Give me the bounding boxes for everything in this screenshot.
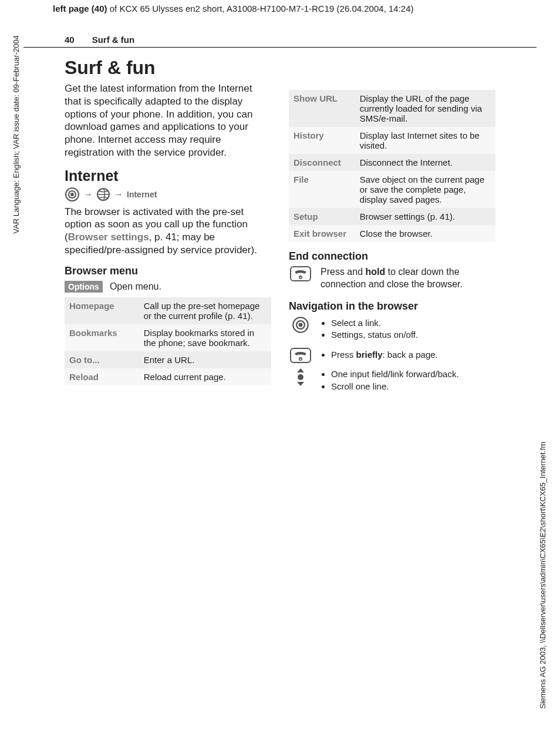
up-down-nav-icon	[289, 367, 312, 387]
svg-point-9	[299, 323, 303, 327]
browser-menu-heading: Browser menu	[65, 265, 271, 277]
end-call-key-icon	[289, 266, 312, 281]
page-number: 40	[65, 35, 75, 45]
nav-breadcrumb: → → Internet	[65, 187, 271, 202]
nav-path-label: Internet	[127, 190, 157, 199]
navigation-heading: Navigation in the browser	[289, 300, 495, 313]
browser-menu-table: HomepageCall up the pre-set homepage or …	[65, 297, 271, 385]
list-item: Select a link.	[331, 317, 495, 329]
nav-list-1: Select a link. Settings, status on/off.	[321, 317, 495, 341]
svg-point-2	[70, 193, 74, 196]
table-row: Go to...Enter a URL.	[65, 351, 271, 368]
running-title: Surf & fun	[92, 35, 135, 45]
list-item: One input field/link forward/back.	[331, 368, 495, 380]
top-metadata: left page (40) of KCX 65 Ulysses en2 sho…	[23, 0, 537, 17]
browser-paragraph: The browser is activated with the pre-se…	[65, 206, 271, 257]
table-row: DisconnectDisconnect the Internet.	[289, 154, 495, 171]
nav-list-3: One input field/link forward/back. Scrol…	[321, 368, 495, 392]
internet-heading: Internet	[65, 167, 271, 184]
top-meta-rest: of KCX 65 Ulysses en2 short, A31008-H710…	[107, 4, 414, 14]
arrow-right-icon: →	[114, 189, 123, 200]
joystick-icon	[289, 316, 312, 334]
arrow-right-icon: →	[83, 189, 93, 200]
table-row: SetupBrowser settings (p. 41).	[289, 208, 495, 225]
left-column: Surf & fun Get the latest information fr…	[65, 52, 271, 395]
nav-list-2: Press briefly: back a page.	[321, 349, 495, 361]
right-column: Show URLDisplay the URL of the page curr…	[289, 90, 495, 395]
table-row: ReloadReload current page.	[65, 368, 271, 385]
list-item: Scroll one line.	[331, 381, 495, 392]
options-label: Open menu.	[110, 281, 161, 292]
globe-icon	[96, 187, 110, 202]
svg-marker-15	[297, 382, 304, 386]
table-row: Exit browserClose the browser.	[289, 225, 495, 242]
list-item: Press briefly: back a page.	[331, 349, 495, 361]
svg-marker-13	[297, 368, 304, 372]
options-row: Options Open menu.	[65, 281, 271, 293]
table-row: FileSave object on the current page or s…	[289, 171, 495, 208]
list-item: Settings, status on/off.	[331, 329, 495, 341]
side-note-left: VAR Language: English; VAR issue date: 0…	[12, 35, 21, 234]
top-meta-bold: left page (40)	[53, 4, 107, 14]
end-call-key-icon	[289, 348, 312, 363]
page-title: Surf & fun	[65, 57, 271, 79]
end-connection-text: Press and hold to clear down the connect…	[321, 266, 495, 291]
table-row: BookmarksDisplay bookmarks stored in the…	[65, 324, 271, 351]
joystick-icon	[65, 187, 80, 202]
end-connection-heading: End connection	[289, 250, 495, 263]
table-row: HistoryDisplay last Internet sites to be…	[289, 127, 495, 154]
table-row: Show URLDisplay the URL of the page curr…	[289, 90, 495, 127]
browser-settings-link[interactable]: Browser settings	[68, 231, 149, 243]
svg-point-14	[298, 374, 303, 380]
table-row: HomepageCall up the pre-set homepage or …	[65, 297, 271, 324]
browser-menu-table-2: Show URLDisplay the URL of the page curr…	[289, 90, 495, 242]
intro-paragraph: Get the latest information from the Inte…	[65, 82, 271, 159]
side-note-right: Siemens AG 2003, \\Dellserver\users\admi…	[538, 442, 547, 709]
options-button[interactable]: Options	[65, 281, 103, 293]
running-header: 40 Surf & fun	[23, 35, 537, 48]
